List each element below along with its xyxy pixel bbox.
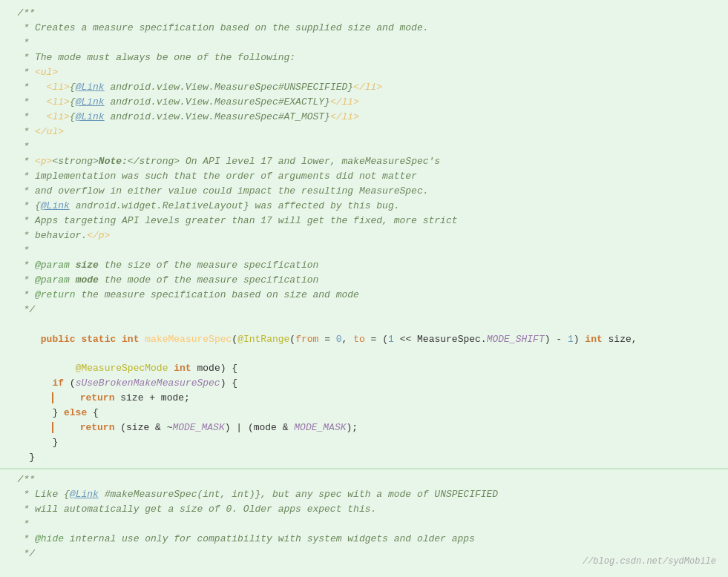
line-11: * <p><strong>Note:</strong> On API level… xyxy=(0,154,728,169)
line-19: * @param mode the mode of the measure sp… xyxy=(0,273,728,288)
line-20: * @return the measure specification base… xyxy=(0,288,728,303)
line-4: * The mode must always be one of the fol… xyxy=(0,50,728,65)
watermark: //blog.csdn.net/sydMobile xyxy=(583,555,716,568)
line-9: * </ul> xyxy=(0,125,728,139)
line-14: * {@Link android.widget.RelativeLayout} … xyxy=(0,199,728,214)
line-10: * xyxy=(0,139,728,154)
line-6: * <li>{@Link android.view.View.MeasureSp… xyxy=(0,80,728,95)
line-21: */ xyxy=(0,303,728,317)
line-2: * Creates a measure specification based … xyxy=(0,21,728,36)
line-26: } else { xyxy=(0,406,728,421)
line-34: * xyxy=(0,517,728,532)
line-16: * behavior.</p> xyxy=(0,228,728,243)
line-24: if (sUseBrokenMakeMeasureSpec) { xyxy=(0,376,728,391)
line-25: return size + mode; xyxy=(0,391,728,406)
line-15: * Apps targeting API levels greater than… xyxy=(0,214,728,228)
line-8: * <li>{@Link android.view.View.MeasureSp… xyxy=(0,110,728,125)
line-3: * xyxy=(0,36,728,50)
line-18: * @param size the size of the measure sp… xyxy=(0,258,728,273)
line-1: /** xyxy=(0,6,728,21)
line-5: * <ul> xyxy=(0,65,728,80)
line-33: * will automatically get a size of 0. Ol… xyxy=(0,502,728,517)
line-17: * xyxy=(0,243,728,258)
line-29: } xyxy=(0,450,728,465)
separator xyxy=(0,468,728,469)
code-container: /** * Creates a measure specification ba… xyxy=(0,0,728,577)
line-13: * and overflow in either value could imp… xyxy=(0,184,728,199)
line-7: * <li>{@Link android.view.View.MeasureSp… xyxy=(0,95,728,110)
line-23: @MeasureSpecMode int mode) { xyxy=(0,361,728,376)
line-22: public static int makeMeasureSpec(@IntRa… xyxy=(0,317,728,361)
line-35: * @hide internal use only for compatibil… xyxy=(0,532,728,547)
line-32: * Like {@Link #makeMeasureSpec(int, int)… xyxy=(0,487,728,502)
line-27: return (size & ~MODE_MASK) | (mode & MOD… xyxy=(0,421,728,435)
line-28: } xyxy=(0,435,728,450)
line-12: * implementation was such that the order… xyxy=(0,169,728,184)
line-31: /** xyxy=(0,472,728,487)
